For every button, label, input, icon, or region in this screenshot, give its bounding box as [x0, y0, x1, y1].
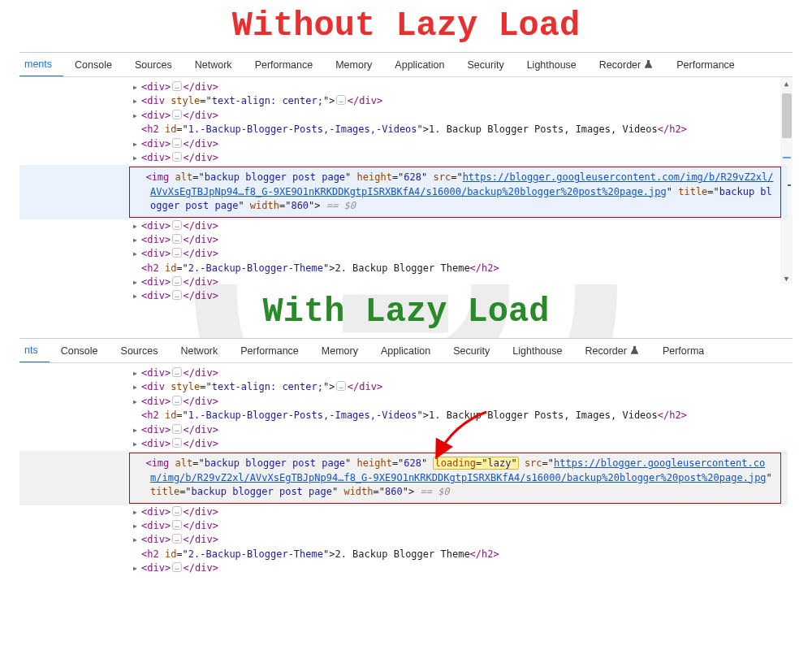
devtools-panel-without: ments Console Sources Network Performanc…	[19, 52, 793, 284]
tab-performance[interactable]: Performance	[229, 339, 310, 362]
tab-recorder[interactable]: Recorder	[588, 53, 665, 76]
tab-network[interactable]: Network	[169, 339, 229, 362]
tab-application[interactable]: Application	[383, 53, 456, 76]
tab-sources[interactable]: Sources	[110, 339, 170, 362]
tab-performance[interactable]: Performance	[244, 53, 325, 76]
selected-img-row[interactable]: <img alt="backup blogger post page" heig…	[19, 165, 788, 219]
tab-elements[interactable]: nts	[19, 340, 50, 363]
flask-icon	[643, 59, 654, 70]
tab-security[interactable]: Security	[442, 339, 501, 362]
tab-sources[interactable]: Sources	[123, 53, 184, 76]
tab-memory[interactable]: Memory	[324, 53, 383, 76]
tab-memory[interactable]: Memory	[310, 339, 369, 362]
tab-security[interactable]: Security	[456, 53, 516, 76]
lazy-attr-highlight: loading="lazy"	[433, 457, 518, 470]
tab-network[interactable]: Network	[184, 53, 244, 76]
tab-lighthouse[interactable]: Lighthouse	[516, 53, 588, 76]
dom-tree[interactable]: <div>…</div> <div style="text-align: cen…	[19, 363, 793, 578]
tab-console[interactable]: Console	[63, 53, 123, 76]
tab-application[interactable]: Application	[369, 339, 442, 362]
flask-icon	[629, 345, 640, 356]
dom-tree[interactable]: <div>…</div> <div style="text-align: cen…	[19, 77, 793, 307]
devtools-tabs: nts Console Sources Network Performance …	[19, 339, 793, 363]
tab-lighthouse[interactable]: Lighthouse	[501, 339, 573, 362]
tab-performance-insights[interactable]: Performance	[665, 53, 746, 76]
tab-recorder[interactable]: Recorder	[573, 339, 650, 362]
tab-performance-insights[interactable]: Performa	[651, 339, 715, 362]
tab-console[interactable]: Console	[50, 339, 110, 362]
devtools-tabs: ments Console Sources Network Performanc…	[19, 53, 793, 77]
tab-elements[interactable]: ments	[19, 54, 63, 77]
heading-without-lazy: Without Lazy Load	[0, 6, 812, 46]
devtools-panel-with: nts Console Sources Network Performance …	[19, 338, 793, 566]
selected-img-row[interactable]: <img alt="backup blogger post page" heig…	[19, 451, 788, 505]
